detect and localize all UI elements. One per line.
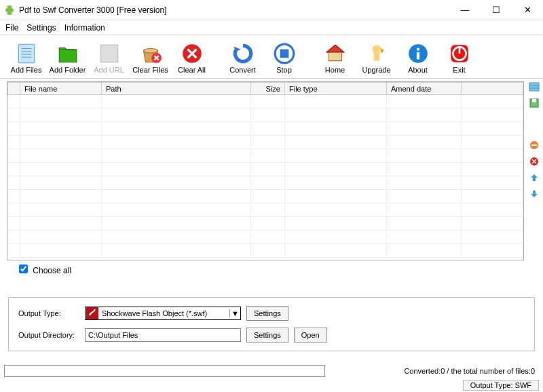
svg-point-7: [143, 49, 157, 53]
side-save-icon[interactable]: [529, 98, 540, 109]
stop-button[interactable]: Stop: [265, 38, 303, 78]
output-dir-label: Output Directory:: [18, 331, 79, 339]
add-files-icon: [15, 42, 38, 65]
table-row: [8, 149, 523, 163]
maximize-button[interactable]: ☐: [481, 0, 512, 20]
table-row: [8, 231, 523, 244]
col-spacer: [462, 83, 523, 95]
home-button[interactable]: Home: [316, 38, 354, 78]
convert-icon: [231, 42, 255, 65]
svg-rect-30: [86, 307, 98, 319]
table-row: [8, 244, 523, 258]
svg-rect-16: [416, 52, 419, 60]
menubar: File Settings Information: [0, 20, 543, 35]
titlebar: Pdf to Swf Converter 3000 [Free version]…: [0, 0, 543, 20]
side-move-up-icon[interactable]: [529, 172, 540, 183]
table-row: [8, 109, 523, 122]
svg-rect-6: [100, 45, 118, 62]
output-panel: Output Type: Shockwave Flash Object (*.s…: [8, 297, 535, 351]
clear-files-icon: [139, 42, 162, 65]
add-folder-button[interactable]: Add Folder: [48, 38, 87, 78]
toolbar: Add Files Add Folder Add URL Clear Files…: [0, 35, 543, 79]
table-row: [8, 163, 523, 176]
file-list[interactable]: File name Path Size File type Amend date: [7, 81, 524, 260]
svg-rect-13: [373, 52, 379, 61]
stop-icon: [273, 42, 296, 65]
svg-rect-1: [18, 44, 34, 63]
add-url-icon: [98, 42, 121, 65]
svg-rect-20: [529, 83, 539, 91]
svg-rect-28: [533, 178, 536, 181]
menu-file[interactable]: File: [5, 23, 18, 33]
status-text: Converted:0 / the total number of files:…: [404, 367, 539, 375]
add-url-button: Add URL: [90, 38, 128, 78]
output-dir-settings-button[interactable]: Settings: [246, 328, 288, 342]
minimize-button[interactable]: —: [449, 0, 481, 20]
col-file-type[interactable]: File type: [285, 83, 387, 95]
table-row: [8, 203, 523, 217]
output-type-settings-button[interactable]: Settings: [246, 306, 288, 321]
choose-all-label: Choose all: [33, 266, 71, 275]
output-type-label: Output Type:: [18, 309, 79, 317]
status-output-type: Output Type: SWF: [463, 380, 539, 391]
dropdown-arrow-icon: ▼: [229, 309, 240, 317]
svg-point-0: [5, 5, 14, 15]
table-row: [8, 122, 523, 136]
add-folder-icon: [56, 42, 79, 65]
svg-rect-29: [533, 191, 536, 194]
add-files-button[interactable]: Add Files: [7, 38, 45, 78]
table-row: [8, 136, 523, 149]
col-path[interactable]: Path: [102, 83, 251, 95]
col-amend-date[interactable]: Amend date: [387, 83, 462, 95]
upgrade-button[interactable]: Upgrade: [357, 38, 396, 78]
output-type-select[interactable]: Shockwave Flash Object (*.swf) ▼: [85, 307, 241, 320]
menu-information[interactable]: Information: [64, 23, 105, 33]
menu-settings[interactable]: Settings: [26, 23, 56, 33]
table-row: [8, 217, 523, 231]
col-checkbox[interactable]: [8, 83, 20, 95]
svg-rect-24: [532, 99, 536, 102]
svg-rect-11: [280, 50, 288, 58]
upgrade-icon: [365, 42, 388, 65]
side-remove-icon[interactable]: [529, 140, 540, 151]
swf-icon: [86, 307, 98, 319]
svg-point-15: [416, 48, 419, 51]
table-row: [8, 190, 523, 203]
output-dir-input[interactable]: [85, 328, 241, 342]
open-output-button[interactable]: Open: [294, 328, 327, 342]
col-size[interactable]: Size: [251, 83, 285, 95]
clear-files-button[interactable]: Clear Files: [131, 38, 170, 78]
side-delete-icon[interactable]: [529, 156, 540, 167]
side-toolbar: [525, 79, 543, 294]
table-row: [8, 176, 523, 190]
status-bar: Converted:0 / the total number of files:…: [0, 365, 543, 377]
choose-all-checkbox[interactable]: [19, 264, 28, 273]
close-button[interactable]: ✕: [512, 0, 543, 20]
progress-bar: [4, 365, 325, 377]
side-list-icon[interactable]: [529, 81, 540, 92]
exit-icon: [448, 42, 471, 65]
table-row: [8, 95, 523, 109]
clear-all-button[interactable]: Clear All: [172, 38, 211, 78]
about-button[interactable]: About: [398, 38, 437, 78]
convert-button[interactable]: Convert: [223, 38, 262, 78]
exit-button[interactable]: Exit: [440, 38, 479, 78]
about-icon: [407, 42, 430, 65]
clear-all-icon: [181, 42, 204, 65]
col-file-name[interactable]: File name: [20, 83, 102, 95]
side-move-down-icon[interactable]: [529, 189, 540, 199]
window-title: Pdf to Swf Converter 3000 [Free version]: [19, 5, 449, 15]
app-icon: [4, 5, 15, 16]
home-icon: [324, 42, 347, 65]
